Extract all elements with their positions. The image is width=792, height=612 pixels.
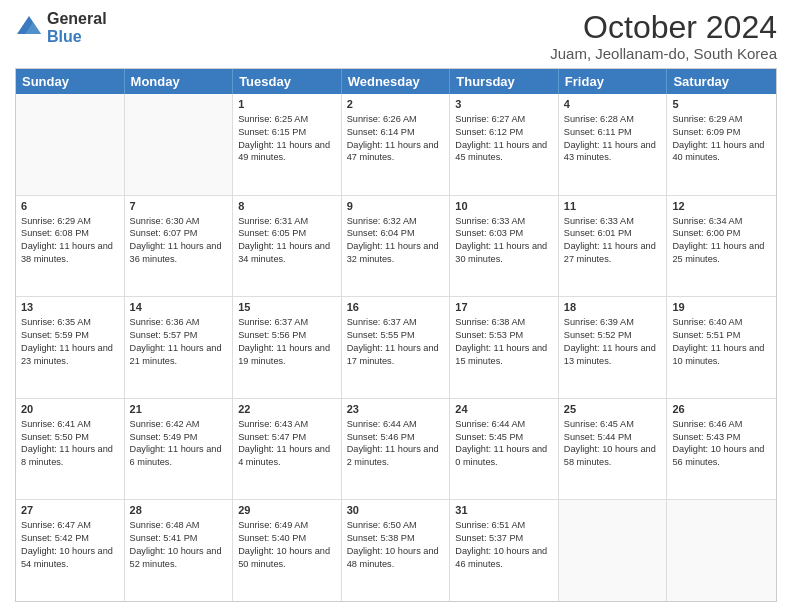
day-number: 1 [238,97,336,112]
calendar-cell: 27Sunrise: 6:47 AM Sunset: 5:42 PM Dayli… [16,500,125,601]
day-number: 11 [564,199,662,214]
cell-info: Sunrise: 6:40 AM Sunset: 5:51 PM Dayligh… [672,317,764,365]
calendar-cell: 2Sunrise: 6:26 AM Sunset: 6:14 PM Daylig… [342,94,451,195]
day-number: 16 [347,300,445,315]
logo-icon [15,14,43,42]
calendar-header-cell: Tuesday [233,69,342,94]
day-number: 10 [455,199,553,214]
calendar-cell: 18Sunrise: 6:39 AM Sunset: 5:52 PM Dayli… [559,297,668,398]
cell-info: Sunrise: 6:28 AM Sunset: 6:11 PM Dayligh… [564,114,656,162]
cell-info: Sunrise: 6:43 AM Sunset: 5:47 PM Dayligh… [238,419,330,467]
calendar-cell: 22Sunrise: 6:43 AM Sunset: 5:47 PM Dayli… [233,399,342,500]
month-title: October 2024 [550,10,777,45]
calendar-cell [667,500,776,601]
day-number: 19 [672,300,771,315]
logo: General Blue [15,10,107,45]
page: General Blue October 2024 Juam, Jeollana… [0,0,792,612]
calendar-cell: 13Sunrise: 6:35 AM Sunset: 5:59 PM Dayli… [16,297,125,398]
day-number: 28 [130,503,228,518]
calendar-cell: 23Sunrise: 6:44 AM Sunset: 5:46 PM Dayli… [342,399,451,500]
day-number: 29 [238,503,336,518]
cell-info: Sunrise: 6:41 AM Sunset: 5:50 PM Dayligh… [21,419,113,467]
calendar-cell: 9Sunrise: 6:32 AM Sunset: 6:04 PM Daylig… [342,196,451,297]
day-number: 7 [130,199,228,214]
calendar-cell: 20Sunrise: 6:41 AM Sunset: 5:50 PM Dayli… [16,399,125,500]
calendar: SundayMondayTuesdayWednesdayThursdayFrid… [15,68,777,602]
day-number: 14 [130,300,228,315]
cell-info: Sunrise: 6:27 AM Sunset: 6:12 PM Dayligh… [455,114,547,162]
day-number: 23 [347,402,445,417]
day-number: 26 [672,402,771,417]
calendar-cell: 5Sunrise: 6:29 AM Sunset: 6:09 PM Daylig… [667,94,776,195]
cell-info: Sunrise: 6:36 AM Sunset: 5:57 PM Dayligh… [130,317,222,365]
calendar-cell: 4Sunrise: 6:28 AM Sunset: 6:11 PM Daylig… [559,94,668,195]
calendar-header-cell: Wednesday [342,69,451,94]
calendar-cell: 10Sunrise: 6:33 AM Sunset: 6:03 PM Dayli… [450,196,559,297]
calendar-row: 1Sunrise: 6:25 AM Sunset: 6:15 PM Daylig… [16,94,776,196]
cell-info: Sunrise: 6:33 AM Sunset: 6:03 PM Dayligh… [455,216,547,264]
calendar-cell [125,94,234,195]
calendar-header-cell: Sunday [16,69,125,94]
day-number: 6 [21,199,119,214]
day-number: 5 [672,97,771,112]
calendar-cell: 19Sunrise: 6:40 AM Sunset: 5:51 PM Dayli… [667,297,776,398]
calendar-cell: 25Sunrise: 6:45 AM Sunset: 5:44 PM Dayli… [559,399,668,500]
header: General Blue October 2024 Juam, Jeollana… [15,10,777,62]
calendar-cell: 14Sunrise: 6:36 AM Sunset: 5:57 PM Dayli… [125,297,234,398]
day-number: 4 [564,97,662,112]
day-number: 17 [455,300,553,315]
cell-info: Sunrise: 6:42 AM Sunset: 5:49 PM Dayligh… [130,419,222,467]
day-number: 15 [238,300,336,315]
calendar-cell: 28Sunrise: 6:48 AM Sunset: 5:41 PM Dayli… [125,500,234,601]
day-number: 24 [455,402,553,417]
day-number: 8 [238,199,336,214]
calendar-cell [16,94,125,195]
day-number: 2 [347,97,445,112]
calendar-cell: 12Sunrise: 6:34 AM Sunset: 6:00 PM Dayli… [667,196,776,297]
cell-info: Sunrise: 6:39 AM Sunset: 5:52 PM Dayligh… [564,317,656,365]
day-number: 12 [672,199,771,214]
cell-info: Sunrise: 6:26 AM Sunset: 6:14 PM Dayligh… [347,114,439,162]
cell-info: Sunrise: 6:33 AM Sunset: 6:01 PM Dayligh… [564,216,656,264]
title-section: October 2024 Juam, Jeollanam-do, South K… [550,10,777,62]
cell-info: Sunrise: 6:37 AM Sunset: 5:55 PM Dayligh… [347,317,439,365]
cell-info: Sunrise: 6:46 AM Sunset: 5:43 PM Dayligh… [672,419,764,467]
cell-info: Sunrise: 6:38 AM Sunset: 5:53 PM Dayligh… [455,317,547,365]
cell-info: Sunrise: 6:49 AM Sunset: 5:40 PM Dayligh… [238,520,330,568]
calendar-header-cell: Thursday [450,69,559,94]
calendar-cell [559,500,668,601]
calendar-cell: 31Sunrise: 6:51 AM Sunset: 5:37 PM Dayli… [450,500,559,601]
calendar-cell: 8Sunrise: 6:31 AM Sunset: 6:05 PM Daylig… [233,196,342,297]
cell-info: Sunrise: 6:31 AM Sunset: 6:05 PM Dayligh… [238,216,330,264]
calendar-row: 13Sunrise: 6:35 AM Sunset: 5:59 PM Dayli… [16,297,776,399]
calendar-cell: 26Sunrise: 6:46 AM Sunset: 5:43 PM Dayli… [667,399,776,500]
calendar-cell: 6Sunrise: 6:29 AM Sunset: 6:08 PM Daylig… [16,196,125,297]
cell-info: Sunrise: 6:45 AM Sunset: 5:44 PM Dayligh… [564,419,656,467]
cell-info: Sunrise: 6:29 AM Sunset: 6:08 PM Dayligh… [21,216,113,264]
day-number: 22 [238,402,336,417]
calendar-row: 27Sunrise: 6:47 AM Sunset: 5:42 PM Dayli… [16,500,776,601]
calendar-header-cell: Friday [559,69,668,94]
day-number: 21 [130,402,228,417]
calendar-cell: 21Sunrise: 6:42 AM Sunset: 5:49 PM Dayli… [125,399,234,500]
cell-info: Sunrise: 6:35 AM Sunset: 5:59 PM Dayligh… [21,317,113,365]
calendar-cell: 15Sunrise: 6:37 AM Sunset: 5:56 PM Dayli… [233,297,342,398]
location: Juam, Jeollanam-do, South Korea [550,45,777,62]
calendar-cell: 17Sunrise: 6:38 AM Sunset: 5:53 PM Dayli… [450,297,559,398]
cell-info: Sunrise: 6:51 AM Sunset: 5:37 PM Dayligh… [455,520,547,568]
calendar-cell: 7Sunrise: 6:30 AM Sunset: 6:07 PM Daylig… [125,196,234,297]
cell-info: Sunrise: 6:48 AM Sunset: 5:41 PM Dayligh… [130,520,222,568]
calendar-cell: 30Sunrise: 6:50 AM Sunset: 5:38 PM Dayli… [342,500,451,601]
cell-info: Sunrise: 6:44 AM Sunset: 5:46 PM Dayligh… [347,419,439,467]
calendar-header-cell: Saturday [667,69,776,94]
cell-info: Sunrise: 6:30 AM Sunset: 6:07 PM Dayligh… [130,216,222,264]
day-number: 13 [21,300,119,315]
calendar-row: 20Sunrise: 6:41 AM Sunset: 5:50 PM Dayli… [16,399,776,501]
day-number: 31 [455,503,553,518]
logo-text: General Blue [47,10,107,45]
calendar-row: 6Sunrise: 6:29 AM Sunset: 6:08 PM Daylig… [16,196,776,298]
cell-info: Sunrise: 6:44 AM Sunset: 5:45 PM Dayligh… [455,419,547,467]
cell-info: Sunrise: 6:29 AM Sunset: 6:09 PM Dayligh… [672,114,764,162]
calendar-header: SundayMondayTuesdayWednesdayThursdayFrid… [16,69,776,94]
calendar-body: 1Sunrise: 6:25 AM Sunset: 6:15 PM Daylig… [16,94,776,601]
